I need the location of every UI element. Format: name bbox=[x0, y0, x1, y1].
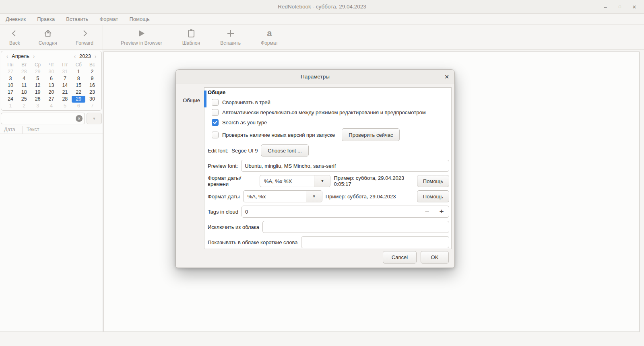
calendar-day[interactable]: 17 bbox=[4, 89, 17, 96]
minimize-button[interactable]: – bbox=[602, 4, 609, 10]
calendar-day[interactable]: 28 bbox=[17, 68, 31, 75]
datetime-format-combo[interactable]: %A, %x %X ▼ bbox=[260, 175, 330, 187]
calendar-day[interactable]: 16 bbox=[85, 82, 99, 89]
plus-icon[interactable]: + bbox=[434, 206, 449, 217]
format-button[interactable]: a Формат bbox=[254, 29, 285, 46]
short-words-input[interactable] bbox=[301, 236, 449, 248]
calendar-day[interactable]: 30 bbox=[45, 68, 58, 75]
exclude-from-cloud-input[interactable] bbox=[262, 221, 449, 233]
autoswitch-checkbox[interactable] bbox=[212, 109, 219, 116]
prev-month-button[interactable]: ‹ bbox=[4, 53, 10, 60]
calendar-day[interactable]: 21 bbox=[58, 89, 72, 96]
calendar-day[interactable]: 29 bbox=[31, 68, 45, 75]
menu-item-format[interactable]: Формат bbox=[99, 16, 118, 22]
calendar-day[interactable]: 22 bbox=[72, 89, 85, 96]
maximize-button[interactable]: □ bbox=[617, 4, 623, 10]
menu-item-edit[interactable]: Правка bbox=[37, 16, 55, 22]
calendar-day[interactable]: 3 bbox=[4, 75, 17, 82]
calendar-day[interactable]: 10 bbox=[4, 82, 17, 89]
calendar-day[interactable]: 25 bbox=[17, 96, 31, 103]
calendar-day[interactable]: 27 bbox=[4, 68, 17, 75]
dialog-titlebar[interactable]: Параметры ✕ bbox=[176, 70, 454, 84]
calendar-day[interactable]: 6 bbox=[72, 103, 85, 109]
minus-icon[interactable]: − bbox=[420, 206, 434, 217]
cancel-button[interactable]: Cancel bbox=[383, 251, 417, 264]
calendar-day[interactable]: 1 bbox=[4, 103, 17, 109]
date-format-label: Формат даты bbox=[208, 194, 240, 200]
calendar-day[interactable]: 8 bbox=[72, 75, 85, 82]
tags-in-cloud-input[interactable] bbox=[242, 206, 420, 217]
menu-item-help[interactable]: Помощь bbox=[129, 16, 149, 22]
calendar-day[interactable]: 31 bbox=[58, 68, 72, 75]
calendar-day[interactable]: 4 bbox=[45, 103, 58, 109]
calendar-day[interactable]: 5 bbox=[58, 103, 72, 109]
format-a-icon: a bbox=[264, 29, 274, 38]
calendar-day[interactable]: 19 bbox=[31, 89, 45, 96]
calendar-day[interactable]: 18 bbox=[17, 89, 31, 96]
menu-item-insert[interactable]: Вставить bbox=[66, 16, 88, 22]
calendar-day[interactable]: 15 bbox=[72, 82, 85, 89]
back-button[interactable]: Back bbox=[2, 29, 27, 46]
calendar-day[interactable]: 2 bbox=[17, 103, 31, 109]
search-results-list[interactable] bbox=[0, 134, 103, 332]
insert-button[interactable]: Вставить bbox=[213, 29, 248, 46]
calendar-day[interactable]: 13 bbox=[45, 82, 58, 89]
tab-general[interactable]: Общие bbox=[179, 92, 204, 108]
calendar-day[interactable]: 2 bbox=[85, 68, 99, 75]
edit-font-row: Edit font: Segoe UI 9 Choose font ... bbox=[208, 144, 449, 157]
search-dropdown-button[interactable]: ▼ bbox=[87, 113, 102, 124]
calendar-day[interactable]: 23 bbox=[85, 89, 99, 96]
calendar-day[interactable]: 3 bbox=[31, 103, 45, 109]
autoswitch-checkbox-row: Автоматически переключаться между режимо… bbox=[208, 107, 449, 117]
edit-font-label: Edit font: bbox=[208, 148, 228, 154]
calendar-day[interactable]: 6 bbox=[45, 75, 58, 82]
search-input[interactable] bbox=[1, 113, 85, 124]
next-year-button[interactable]: › bbox=[93, 53, 98, 60]
calendar-day[interactable]: 5 bbox=[31, 75, 45, 82]
template-button[interactable]: Шаблон bbox=[175, 29, 207, 46]
forward-button[interactable]: Forward bbox=[68, 29, 101, 46]
choose-font-button[interactable]: Choose font ... bbox=[261, 144, 309, 157]
close-button[interactable]: ✕ bbox=[631, 4, 638, 10]
calendar-day[interactable]: 26 bbox=[31, 96, 45, 103]
calendar-day[interactable]: 12 bbox=[31, 82, 45, 89]
search-clear-icon[interactable]: ✕ bbox=[76, 115, 83, 122]
search-as-you-type-checkbox[interactable] bbox=[212, 119, 219, 126]
calendar-day[interactable]: 28 bbox=[58, 96, 72, 103]
menu-item-journal[interactable]: Дневник bbox=[6, 16, 26, 22]
check-updates-checkbox[interactable] bbox=[212, 132, 219, 138]
tray-checkbox[interactable] bbox=[212, 99, 219, 106]
search-as-you-type-row: Search as you type bbox=[208, 117, 449, 128]
calendar-day[interactable]: 14 bbox=[58, 82, 72, 89]
calendar-day[interactable]: 24 bbox=[4, 96, 17, 103]
today-button[interactable]: Сегодня bbox=[31, 29, 64, 46]
calendar-day[interactable]: 30 bbox=[85, 96, 99, 103]
calendar-day[interactable]: 1 bbox=[72, 68, 85, 75]
calendar-day-selected[interactable]: 29 bbox=[72, 96, 85, 103]
calendar-day[interactable]: 4 bbox=[17, 75, 31, 82]
prev-year-button[interactable]: ‹ bbox=[72, 53, 78, 60]
window-titlebar[interactable]: RedNotebook - суббота, 29.04.2023 – □ ✕ bbox=[0, 0, 644, 14]
search-results-header: Дата Текст bbox=[0, 126, 103, 134]
calendar-day[interactable]: 20 bbox=[45, 89, 58, 96]
date-help-button[interactable]: Помощь bbox=[417, 190, 449, 202]
chevron-down-icon[interactable]: ▼ bbox=[314, 175, 330, 187]
calendar-day[interactable]: 7 bbox=[58, 75, 72, 82]
calendar-day[interactable]: 7 bbox=[85, 103, 99, 109]
column-header-text[interactable]: Текст bbox=[23, 126, 39, 134]
chevron-down-icon[interactable]: ▼ bbox=[306, 191, 322, 202]
next-month-button[interactable]: › bbox=[31, 53, 37, 60]
datetime-help-button[interactable]: Помощь bbox=[417, 175, 449, 187]
calendar-day[interactable]: 9 bbox=[85, 75, 99, 82]
ok-button[interactable]: OK bbox=[421, 251, 449, 264]
column-header-date[interactable]: Дата bbox=[0, 126, 23, 134]
preview-in-browser-button[interactable]: Preview in Browser bbox=[114, 29, 169, 46]
format-label: Формат bbox=[261, 40, 278, 46]
calendar-day[interactable]: 27 bbox=[45, 96, 58, 103]
dialog-close-button[interactable]: ✕ bbox=[444, 70, 449, 84]
calendar-day[interactable]: 11 bbox=[17, 82, 31, 89]
date-format-combo[interactable]: %A, %x ▼ bbox=[243, 190, 322, 202]
check-now-button[interactable]: Проверить сейчас bbox=[342, 128, 400, 141]
calendar-header: ‹ Апрель › ‹ 2023 › bbox=[1, 51, 101, 61]
preview-font-input[interactable] bbox=[241, 160, 449, 172]
